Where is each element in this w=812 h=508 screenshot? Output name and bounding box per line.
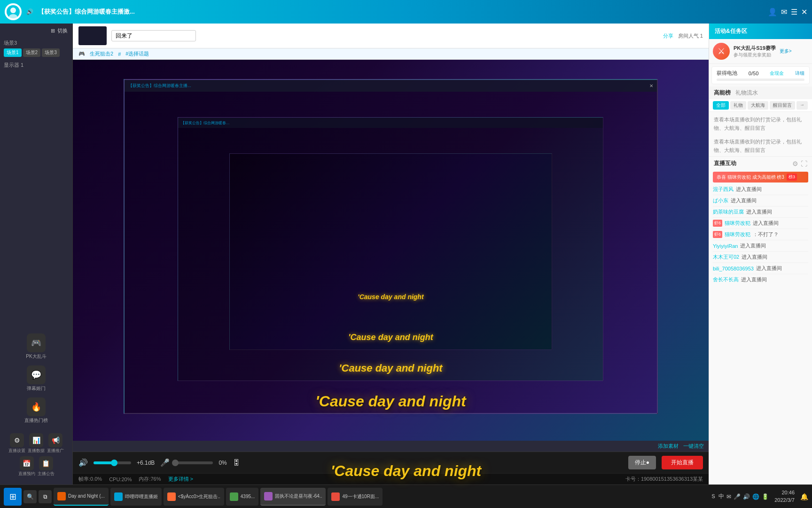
volume-slider[interactable] (94, 461, 131, 464)
fps-status: 帧率:0.0% (78, 476, 102, 483)
tray-mic2-icon[interactable]: 🎤 (734, 493, 741, 500)
status-bar: 帧率:0.0% CPU:20% 内存:76% 更多详情 > 卡号：1908001… (73, 473, 709, 484)
danmaku-icon-btn[interactable]: 💬 弹幕姬门 (27, 365, 46, 392)
user4-name: 猫咪劳改犯 (725, 220, 750, 227)
nested-obs-2: 【获奖公告】综合网游暖春... 'Cause day and night (178, 117, 603, 381)
hotrank-btn[interactable]: 🔥 直播热门榜 (24, 397, 48, 424)
gift-desc2: 查看本场直播收到的打赏记录，包括礼物、大航海、醒目留言 (709, 136, 812, 157)
details-link[interactable]: 更多详情 > (168, 476, 193, 483)
deepest-bg (230, 154, 552, 350)
taskbar-label-4395: 4395... (241, 494, 255, 499)
scene-tabs: 场景1 场景2 场景3 (4, 48, 69, 57)
clear-btn[interactable]: 一键清空 (683, 443, 704, 450)
tag-topic[interactable]: #选择话题 (125, 50, 149, 57)
live-promo-btn[interactable]: 📢 直播推广 (47, 433, 64, 454)
tray-input-icon[interactable]: 中 (718, 492, 724, 500)
announcement-btn[interactable]: 📋 主播公告 (38, 456, 55, 477)
live-appt-label: 直播预约 (18, 471, 35, 477)
tag-game[interactable]: 生死狙击2 (90, 50, 113, 57)
gift-tab-more[interactable]: → (796, 101, 808, 110)
taskbar-item-bili[interactable]: 哔哩哔哩直播姬 (110, 488, 162, 506)
cause-text-l2: 'Cause day and night (348, 333, 433, 342)
taskbar-item-danight[interactable]: Day and Night (... (54, 488, 109, 506)
live-appt-btn[interactable]: 📅 直播预约 (18, 456, 35, 477)
add-material-btn[interactable]: 添加素材 (658, 443, 679, 450)
center-main: 分享 房间人气 1 🎮 生死狙击2 # #选择话题 【获奖公告】综合网游暖春主播… (73, 24, 709, 484)
cause-text-deep: 'Cause day and night (358, 293, 423, 301)
gift-flow-tab[interactable]: 礼物流水 (735, 89, 758, 97)
stop-button[interactable]: 停止● (628, 456, 656, 469)
prize-item: ⚔ PK大乱斗S19赛季 参与领星光拿奖励 更多> (713, 43, 808, 60)
start-button[interactable]: ⊞ (4, 488, 22, 506)
tray-battery-icon[interactable]: 🔋 (762, 493, 769, 500)
volume-icon[interactable]: 🔊 (78, 458, 88, 467)
live-settings-btn[interactable]: ⚙ 直播设置 (8, 433, 25, 454)
switch-label[interactable]: 切换 (57, 27, 68, 34)
speaker-icon: 🔊 (26, 8, 33, 15)
clock-time: 20:46 (774, 489, 795, 496)
user4-action: 进入直播间 (753, 220, 779, 227)
mic-value: 0% (219, 460, 226, 466)
live-data-label: 直播数据 (28, 448, 45, 454)
notification-icon[interactable]: 🔔 (800, 493, 808, 500)
gift-tab-all[interactable]: 全部 (713, 101, 729, 110)
nested-obs-1: 【获奖公告】综合网游暖春主播... ✕ 【获奖公告】综合网游暖春... (124, 79, 658, 414)
taskbar-item-49[interactable]: 49一卡通10R面... (328, 488, 383, 506)
switch-icon: ⊞ (51, 28, 55, 34)
gift-tab-navy[interactable]: 大航海 (748, 101, 768, 110)
sidebar-spacer (0, 71, 72, 328)
badge-vip2: 虾6 (713, 231, 722, 238)
settings-icon[interactable]: ⚙ (792, 160, 798, 167)
scene-tab-1[interactable]: 场景1 (4, 48, 22, 57)
start-live-button[interactable]: 开始直播 (662, 456, 703, 469)
stream-thumbnail (78, 26, 107, 45)
taskbar-label-game1: <$yÀcc0>生死狙击... (178, 493, 220, 500)
high-energy-tab[interactable]: 高能榜 (714, 89, 731, 97)
video-area: 【获奖公告】综合网游暖春主播... ✕ 【获奖公告】综合网游暖春... (73, 60, 709, 441)
taskbar-item-game1[interactable]: <$yÀcc0>生死狙击... (164, 488, 224, 506)
interact-item-4: 虾6 猫咪劳改犯 进入直播间 (713, 218, 808, 229)
taskbar-item-night64[interactable]: 固执不论是昼与夜-64... (260, 488, 326, 506)
close-icon[interactable]: ✕ (801, 8, 807, 16)
mixer-icon[interactable]: 🎛 (233, 459, 240, 467)
user9-name: 舍长不长高 (713, 276, 739, 283)
pk-icon-btn[interactable]: 🎮 PK大乱斗 (26, 333, 46, 360)
share-link[interactable]: 分享 (663, 32, 673, 40)
gift-tab-gift[interactable]: 礼物 (730, 101, 746, 110)
battery-values: 0/50 (749, 71, 758, 76)
taskbar-clock[interactable]: 20:46 2022/3/7 (771, 489, 798, 504)
live-data-btn[interactable]: 📊 直播数据 (28, 433, 45, 454)
gift-desc: 查看本场直播收到的打赏记录，包括礼物、大航海、醒目留言 (709, 112, 812, 136)
expand-icon[interactable]: ⛶ (801, 160, 807, 167)
search-icon-taskbar[interactable]: 🔍 (23, 490, 37, 503)
nt1-close[interactable]: ✕ (649, 83, 653, 88)
user-icon: 👤 (768, 8, 777, 16)
mic-icon[interactable]: 🎤 (160, 458, 170, 467)
prize-info: PK大乱斗S19赛季 参与领星光拿奖励 (734, 45, 776, 58)
tray-vol-icon[interactable]: 🔊 (743, 493, 750, 500)
danmaku-label: 弹幕姬门 (27, 385, 46, 392)
taskbar-item-4395[interactable]: 4395... (226, 488, 259, 506)
tray-msg-icon[interactable]: ✉ (726, 493, 731, 500)
interact-item-5: 虾6 猫咪劳改犯 ：不打了？ (713, 229, 808, 240)
inner-recursion: 【获奖公告】综合网游暖春... 'Cause day and night (125, 92, 657, 413)
taskview-icon[interactable]: ⧉ (39, 490, 52, 503)
battery-details[interactable]: 详细 (795, 70, 804, 77)
scene-tab-2[interactable]: 场景2 (23, 48, 41, 57)
stream-title-input[interactable] (111, 30, 196, 41)
user1-name: 混子西风 (713, 186, 734, 193)
taskbar-icon-night64 (264, 492, 273, 500)
more-btn[interactable]: 更多> (780, 48, 792, 55)
interact-item-3: 奶茶味的豆腐 进入直播间 (713, 206, 808, 218)
nested-obs-3: 'Cause day and night (229, 153, 552, 350)
nested-title-2: 【获奖公告】综合网游暖春... (181, 120, 229, 126)
tray-net-icon[interactable]: 🌐 (752, 493, 759, 500)
battery-label: 获得电池 (717, 70, 737, 77)
interact-item-8: bili_70058036953 进入直播间 (713, 263, 808, 274)
mic-slider[interactable] (175, 461, 213, 464)
taskbar-icon-4395 (230, 492, 238, 501)
gift-tab-msg[interactable]: 醒目留言 (770, 101, 795, 110)
scene-tab-3[interactable]: 场景3 (42, 48, 60, 57)
interact-item-1: 混子西风 进入直播间 (713, 184, 808, 195)
battery-coin[interactable]: 金现金 (770, 70, 784, 77)
